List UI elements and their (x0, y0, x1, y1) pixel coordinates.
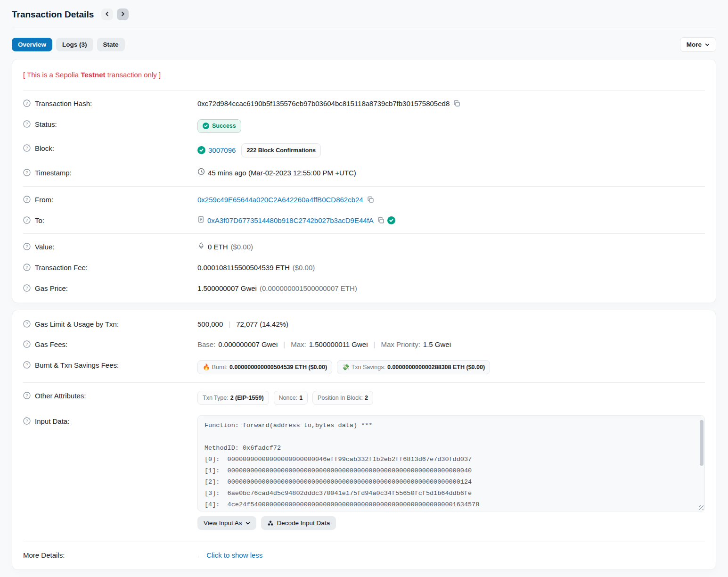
check-circle-icon (203, 123, 209, 129)
block-label: Block: (35, 143, 54, 154)
page-header: Transaction Details (12, 0, 716, 27)
decode-input-data-button[interactable]: Decode Input Data (261, 516, 336, 530)
help-icon[interactable]: ? (23, 264, 31, 271)
svg-text:?: ? (25, 393, 28, 398)
timestamp-value: 45 mins ago (Mar-02-2023 12:55:00 PM +UT… (208, 168, 356, 178)
gas-price-amount: 1.500000007 Gwei (197, 283, 257, 294)
help-icon[interactable]: ? (23, 99, 31, 107)
burnt-badge-label: Burnt: (212, 363, 228, 371)
tab-bar: Overview Logs (3) State More (12, 37, 716, 52)
value-amount: 0 ETH (208, 242, 228, 252)
input-data-row: ? Input Data: Function: forward(address … (23, 410, 705, 535)
input-data-actions: View Input As Decode Input Data (197, 516, 705, 530)
tab-state[interactable]: State (97, 38, 125, 51)
show-less-toggle[interactable]: — Click to show less (197, 550, 262, 561)
nonce-label: Nonce: (279, 394, 298, 402)
tab-logs[interactable]: Logs (3) (56, 38, 93, 51)
svg-text:?: ? (25, 264, 28, 270)
scrollbar-thumb[interactable] (700, 420, 703, 466)
chevron-down-icon (245, 521, 250, 526)
to-address-link[interactable]: 0xA3f07D6773514480b918C2742b027b3acD9E44… (207, 215, 374, 226)
max-priority-fee-label: Max Priority: (381, 339, 420, 350)
divider (23, 542, 705, 542)
help-icon[interactable]: ? (23, 340, 31, 348)
nonce-badge: Nonce: 1 (274, 391, 308, 405)
position-in-block-badge: Position In Block: 2 (312, 391, 373, 405)
help-icon[interactable]: ? (23, 361, 31, 369)
from-label: From: (35, 195, 53, 205)
status-label: Status: (35, 119, 57, 130)
help-icon[interactable]: ? (23, 196, 31, 203)
gas-limit-row: ? Gas Limit & Usage by Txn: 500,000 | 72… (23, 314, 705, 335)
next-transaction-button[interactable] (117, 8, 129, 20)
svg-text:?: ? (25, 362, 28, 367)
more-details-row: More Details: — Click to show less (23, 545, 705, 566)
value-usd: ($0.00) (231, 242, 254, 252)
help-icon[interactable]: ? (23, 392, 31, 399)
svg-text:?: ? (25, 321, 28, 326)
help-icon[interactable]: ? (23, 120, 31, 128)
burnt-fees-label: Burnt & Txn Savings Fees: (35, 360, 119, 371)
help-icon[interactable]: ? (23, 169, 31, 176)
svg-text:?: ? (25, 145, 28, 150)
chevron-right-icon (120, 11, 125, 18)
copy-icon[interactable] (367, 196, 374, 203)
max-priority-fee-value: 1.5 Gwei (423, 339, 451, 350)
divider (23, 233, 705, 234)
separator: | (229, 319, 230, 330)
gas-price-row: ? Gas Price: 1.500000007 Gwei (0.0000000… (23, 278, 705, 299)
value-row: ? Value: 0 ETH ($0.00) (23, 237, 705, 257)
txn-type-label: Txn Type: (203, 394, 229, 402)
help-icon[interactable]: ? (23, 243, 31, 250)
view-input-as-button[interactable]: View Input As (197, 516, 256, 530)
separator: | (283, 339, 285, 350)
separator: | (374, 339, 376, 350)
divider (23, 186, 705, 187)
nonce-value: 1 (299, 394, 303, 402)
more-dropdown-button[interactable]: More (680, 37, 716, 52)
transaction-fee-label: Transaction Fee: (35, 263, 88, 273)
overview-card: [ This is a Sepolia Testnet transaction … (12, 59, 716, 303)
svg-text:?: ? (25, 217, 28, 223)
txn-type-value: 2 (EIP-1559) (230, 394, 264, 402)
help-icon[interactable]: ? (23, 320, 31, 328)
from-row: ? From: 0x259c49E65644a020C2A642260a4ffB… (23, 190, 705, 210)
chevron-left-icon (105, 11, 110, 18)
svg-text:?: ? (25, 342, 28, 347)
copy-icon[interactable] (453, 100, 460, 107)
max-fee-value: 1.500000011 Gwei (309, 339, 368, 350)
gas-fees-label: Gas Fees: (35, 339, 67, 350)
burnt-badge-value: 0.000000000000504539 ETH ($0.00) (229, 363, 327, 371)
divider (23, 382, 705, 383)
transaction-fee-amount: 0.000108115500504539 ETH (197, 263, 290, 273)
contract-icon (197, 215, 204, 226)
help-icon[interactable]: ? (23, 144, 31, 152)
input-data-scrollbar[interactable] (699, 417, 703, 510)
verified-check-icon (387, 216, 395, 224)
input-data-textarea[interactable]: Function: forward(address to,bytes data)… (197, 415, 705, 511)
svg-text:?: ? (25, 170, 28, 175)
fire-icon: 🔥 (203, 363, 210, 371)
help-icon[interactable]: ? (23, 284, 31, 292)
ethereum-icon (197, 242, 205, 252)
help-icon[interactable]: ? (23, 216, 31, 224)
input-data-label: Input Data: (35, 416, 69, 427)
from-address-link[interactable]: 0x259c49E65644a020C2A642260a4ffB0CD862cb… (197, 195, 363, 205)
transaction-hash-label: Transaction Hash: (35, 99, 92, 109)
more-details-label: More Details: (23, 550, 197, 561)
burnt-fees-row: ? Burnt & Txn Savings Fees: 🔥 Burnt: 0.0… (23, 355, 705, 379)
money-wings-icon: 💸 (342, 363, 350, 371)
txn-type-badge: Txn Type: 2 (EIP-1559) (197, 391, 269, 405)
value-label: Value: (35, 242, 54, 252)
prev-transaction-button[interactable] (101, 8, 113, 20)
svg-text:?: ? (25, 285, 28, 290)
help-icon[interactable]: ? (23, 417, 31, 425)
details-card: ? Gas Limit & Usage by Txn: 500,000 | 72… (12, 310, 716, 570)
transaction-hash-row: ? Transaction Hash: 0xc72d984ccac6190b5f… (23, 93, 705, 114)
svg-text:?: ? (25, 244, 28, 249)
copy-icon[interactable] (377, 217, 384, 224)
block-number-link[interactable]: 3007096 (208, 145, 236, 156)
to-label: To: (35, 215, 44, 226)
resize-grip[interactable] (699, 505, 703, 510)
tab-overview[interactable]: Overview (12, 38, 52, 51)
